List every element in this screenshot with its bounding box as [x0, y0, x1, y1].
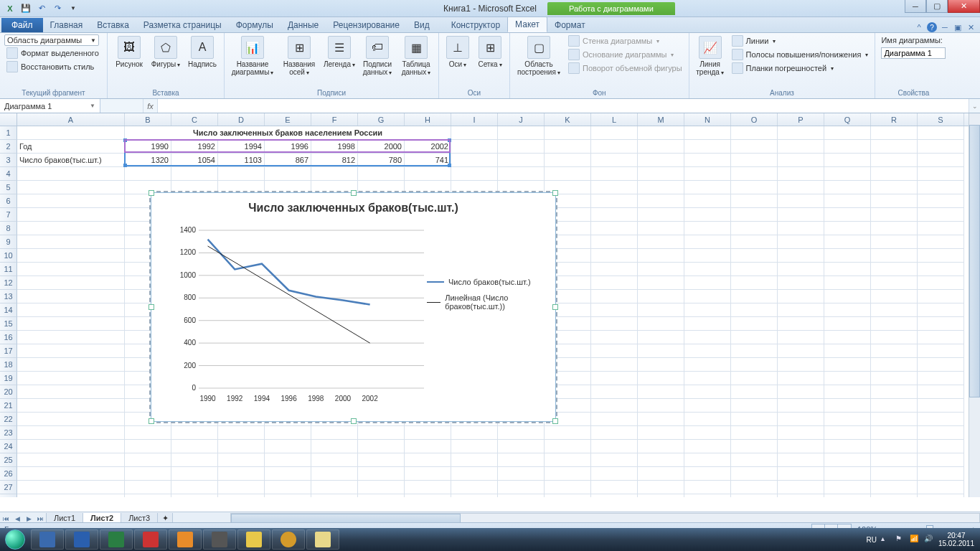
cell[interactable]: [591, 222, 638, 235]
cell[interactable]: [358, 467, 405, 481]
cell[interactable]: 1103: [218, 154, 265, 167]
cell[interactable]: [778, 181, 824, 194]
cell[interactable]: [17, 263, 125, 276]
cell[interactable]: [17, 331, 125, 344]
cell[interactable]: [638, 290, 684, 303]
cell[interactable]: [545, 126, 591, 140]
cell[interactable]: [591, 276, 638, 290]
minimize-ribbon-icon[interactable]: ^: [914, 22, 924, 32]
cell[interactable]: [451, 140, 498, 154]
minimize-button[interactable]: ─: [905, 0, 926, 13]
cell[interactable]: [311, 467, 358, 481]
cell[interactable]: [731, 140, 778, 154]
taskbar-app[interactable]: [31, 529, 64, 550]
cell[interactable]: Число браков(тыс.шт.): [17, 154, 125, 167]
cell[interactable]: [684, 235, 731, 249]
data-table-button[interactable]: ▦Таблица данных: [398, 34, 434, 78]
cell[interactable]: [451, 481, 498, 494]
chart-name-input[interactable]: [881, 47, 946, 59]
tab-formulas[interactable]: Формулы: [229, 18, 281, 32]
row-header[interactable]: 17: [0, 344, 17, 358]
cell[interactable]: [451, 453, 498, 467]
row-header[interactable]: 25: [0, 453, 17, 467]
row-header[interactable]: 10: [0, 249, 17, 263]
cell[interactable]: [638, 208, 684, 222]
cell[interactable]: [731, 276, 778, 290]
cell[interactable]: [545, 140, 591, 154]
cell[interactable]: [358, 481, 405, 494]
formula-expand-icon[interactable]: ⌄: [969, 99, 980, 113]
column-header[interactable]: D: [218, 113, 265, 126]
cell[interactable]: [638, 181, 684, 194]
cell[interactable]: [918, 467, 964, 481]
cell[interactable]: [871, 426, 918, 440]
cell[interactable]: [778, 167, 824, 181]
cell[interactable]: [17, 385, 125, 399]
cell[interactable]: [311, 494, 358, 497]
cell[interactable]: [871, 222, 918, 235]
reset-style-button[interactable]: Восстановить стиль: [4, 60, 96, 73]
cell[interactable]: [918, 399, 964, 413]
cell[interactable]: [684, 372, 731, 385]
cell[interactable]: [684, 276, 731, 290]
cell[interactable]: [778, 235, 824, 249]
cell[interactable]: [778, 372, 824, 385]
cell[interactable]: [918, 372, 964, 385]
cell[interactable]: [731, 344, 778, 358]
taskbar-app[interactable]: [237, 529, 270, 550]
chart-legend[interactable]: Число браков(тыс.шт.) Линейная (Число бр…: [427, 278, 545, 318]
cell[interactable]: [358, 494, 405, 497]
cell[interactable]: [731, 481, 778, 494]
row-header[interactable]: 22: [0, 413, 17, 426]
cell[interactable]: [871, 276, 918, 290]
cell[interactable]: [17, 453, 125, 467]
cell[interactable]: [638, 331, 684, 344]
cell[interactable]: [918, 263, 964, 276]
cell[interactable]: [17, 194, 125, 208]
cell[interactable]: [778, 317, 824, 331]
legend-item[interactable]: Линейная (Число браков(тыс.шт.)): [427, 293, 545, 311]
cell[interactable]: [871, 167, 918, 181]
trendline-button[interactable]: 📈Линия тренда: [694, 34, 727, 78]
taskbar-app[interactable]: [306, 529, 339, 550]
taskbar-app[interactable]: [134, 529, 167, 550]
column-header[interactable]: L: [591, 113, 638, 126]
column-header[interactable]: K: [545, 113, 591, 126]
column-header[interactable]: M: [638, 113, 684, 126]
row-header[interactable]: 12: [0, 276, 17, 290]
row-header[interactable]: 13: [0, 290, 17, 303]
cell[interactable]: [591, 426, 638, 440]
cell[interactable]: [918, 140, 964, 154]
cell[interactable]: [591, 235, 638, 249]
column-header[interactable]: Q: [824, 113, 871, 126]
taskbar-clock[interactable]: 20:47 15.02.2011: [938, 532, 974, 547]
column-header[interactable]: B: [125, 113, 171, 126]
cell[interactable]: [731, 399, 778, 413]
embedded-chart[interactable]: Число заключенных браков(тыс.шт.) 020040…: [151, 192, 556, 422]
row-header[interactable]: 18: [0, 358, 17, 372]
cell[interactable]: [871, 126, 918, 140]
cell[interactable]: [405, 426, 451, 440]
cell[interactable]: [918, 194, 964, 208]
row-header[interactable]: 27: [0, 481, 17, 494]
cell[interactable]: [451, 467, 498, 481]
cell[interactable]: [918, 235, 964, 249]
axis-titles-button[interactable]: ⊞Названия осей: [279, 34, 319, 78]
cell[interactable]: [498, 154, 545, 167]
cell[interactable]: [591, 263, 638, 276]
column-header[interactable]: P: [778, 113, 824, 126]
cell[interactable]: [545, 481, 591, 494]
row-header[interactable]: 5: [0, 181, 17, 194]
cell[interactable]: [684, 303, 731, 317]
cell[interactable]: [591, 167, 638, 181]
cell[interactable]: [218, 494, 265, 497]
cell[interactable]: [17, 399, 125, 413]
cell[interactable]: [17, 317, 125, 331]
cell[interactable]: [17, 167, 125, 181]
help-icon[interactable]: ?: [927, 22, 937, 32]
cell[interactable]: [918, 181, 964, 194]
cell[interactable]: [731, 494, 778, 497]
save-icon[interactable]: 💾: [19, 1, 33, 16]
cell[interactable]: [871, 181, 918, 194]
cell[interactable]: [591, 126, 638, 140]
